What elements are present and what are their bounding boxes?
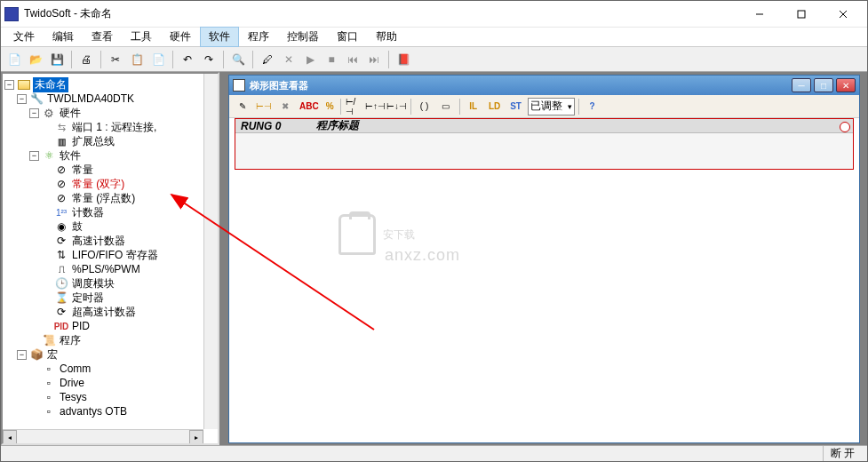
scroll-right-icon[interactable]: ▸ <box>189 430 203 444</box>
ladder-contact-button[interactable]: ⊢⊣ <box>254 98 274 116</box>
help-button[interactable]: 📕 <box>394 50 413 69</box>
disconnect-button[interactable]: ✕ <box>279 50 299 69</box>
close-button[interactable] <box>823 2 864 27</box>
ladder-delete-button[interactable]: ✖ <box>275 98 295 116</box>
tree-panel[interactable]: −未命名 −🔧TWDLMDA40DTK −⚙硬件 ⇆端口 1 : 远程连接, ▥… <box>1 72 219 445</box>
menu-view[interactable]: 查看 <box>83 27 122 47</box>
tree-high-speed-counter[interactable]: ⟳高速计数器 <box>4 234 219 248</box>
child-window-buttons: ─ □ ✕ <box>792 78 856 92</box>
ladder-rung-area[interactable]: RUNG 0 程序标题 <box>235 118 854 170</box>
tree-port1[interactable]: ⇆端口 1 : 远程连接, <box>4 120 219 134</box>
save-button[interactable]: 💾 <box>47 50 67 69</box>
tree-software[interactable]: −⚛软件 <box>4 148 219 163</box>
menu-file[interactable]: 文件 <box>4 27 44 47</box>
child-close-button[interactable]: ✕ <box>836 78 856 92</box>
window-title: TwidoSoft - 未命名 <box>24 6 739 21</box>
ladder-cursor-button[interactable]: ✎ <box>233 98 252 116</box>
tree-tesys[interactable]: ▫Tesys <box>4 390 219 404</box>
run-button[interactable]: ▶ <box>300 50 320 69</box>
undo-button[interactable]: ↶ <box>178 50 197 69</box>
project-tree: −未命名 −🔧TWDLMDA40DTK −⚙硬件 ⇆端口 1 : 远程连接, ▥… <box>3 74 219 422</box>
tree-constant-float[interactable]: ⊘常量 (浮点数) <box>4 191 219 205</box>
tree-constant-dword[interactable]: ⊘常量 (双字) <box>4 177 219 191</box>
tree-comm[interactable]: ▫Comm <box>4 362 219 376</box>
ladder-il-button[interactable]: IL <box>464 98 483 116</box>
ladder-view-mode-select[interactable]: 已调整 <box>528 98 575 116</box>
separator <box>100 51 101 68</box>
ladder-address-button[interactable]: % <box>323 98 337 116</box>
ladder-block-button[interactable]: ▭ <box>436 98 456 116</box>
tree-pid[interactable]: PIDPID <box>4 319 219 333</box>
ladder-ld-button[interactable]: LD <box>485 98 505 116</box>
separator <box>340 99 341 115</box>
tree-macro[interactable]: −📦宏 <box>4 347 219 362</box>
tree-advantys[interactable]: ▫advantys OTB <box>4 404 219 418</box>
ladder-rising-button[interactable]: ⊢↑⊣ <box>366 98 386 116</box>
tree-hscrollbar[interactable]: ◂ ▸ <box>3 429 203 443</box>
tree-root[interactable]: −未命名 <box>4 77 219 92</box>
cut-button[interactable]: ✂ <box>106 50 125 69</box>
print-button[interactable]: 🖨 <box>76 50 96 69</box>
connection-status: 断 开 <box>823 446 862 461</box>
analyze-button[interactable]: 🔍 <box>228 50 248 69</box>
child-titlebar[interactable]: 梯形图查看器 ─ □ ✕ <box>229 76 859 95</box>
menu-software[interactable]: 软件 <box>200 27 239 47</box>
ladder-rung-header: RUNG 0 程序标题 <box>235 119 853 133</box>
tree-constant[interactable]: ⊘常量 <box>4 163 219 177</box>
scroll-track[interactable] <box>17 430 189 443</box>
connect-button[interactable]: 🖊 <box>258 50 277 69</box>
menu-help[interactable]: 帮助 <box>367 27 406 47</box>
tree-timer[interactable]: ⌛定时器 <box>4 291 219 305</box>
menu-controller[interactable]: 控制器 <box>278 27 328 47</box>
separator <box>71 51 72 68</box>
ladder-viewer-window: 梯形图查看器 ─ □ ✕ ✎ ⊢⊣ ✖ ABC % ⊢/⊣ ⊢↑⊣ ⊢↓⊣ ( … <box>228 75 860 443</box>
menu-edit[interactable]: 编辑 <box>44 27 83 47</box>
ladder-symbol-button[interactable]: ABC <box>297 98 322 116</box>
redo-button[interactable]: ↷ <box>199 50 219 69</box>
tree-device[interactable]: −🔧TWDLMDA40DTK <box>4 92 219 106</box>
ladder-nc-contact-button[interactable]: ⊢/⊣ <box>345 98 364 116</box>
titlebar: TwidoSoft - 未命名 <box>1 1 867 28</box>
child-maximize-button[interactable]: □ <box>814 78 833 92</box>
open-button[interactable]: 📂 <box>26 50 45 69</box>
scroll-left-icon[interactable]: ◂ <box>3 430 17 444</box>
stop-button[interactable]: ■ <box>322 50 341 69</box>
tree-drive[interactable]: ▫Drive <box>4 376 219 390</box>
tree-schedule[interactable]: 🕒调度模块 <box>4 276 219 291</box>
paste-button[interactable]: 📄 <box>148 50 168 69</box>
tree-program[interactable]: 📜程序 <box>4 333 219 347</box>
separator <box>459 99 460 115</box>
tree-drum[interactable]: ◉鼓 <box>4 219 219 234</box>
menu-tool[interactable]: 工具 <box>122 27 161 47</box>
prev-button[interactable]: ⏮ <box>343 50 362 69</box>
tree-very-high-speed-counter[interactable]: ⟳超高速计数器 <box>4 305 219 319</box>
ladder-rung-body[interactable] <box>235 133 853 169</box>
child-minimize-button[interactable]: ─ <box>792 78 811 92</box>
tree-vscrollbar[interactable] <box>203 74 218 429</box>
separator <box>410 99 411 115</box>
ladder-falling-button[interactable]: ⊢↓⊣ <box>387 98 407 116</box>
ladder-step-button[interactable]: ST <box>506 98 526 116</box>
window-buttons <box>739 2 864 27</box>
minimize-button[interactable] <box>739 2 780 27</box>
maximize-button[interactable] <box>781 2 822 27</box>
next-button[interactable]: ⏭ <box>364 50 384 69</box>
menu-window[interactable]: 窗口 <box>328 27 367 47</box>
tree-lifo-fifo[interactable]: ⇅LIFO/FIFO 寄存器 <box>4 248 219 262</box>
workspace: −未命名 −🔧TWDLMDA40DTK −⚙硬件 ⇆端口 1 : 远程连接, ▥… <box>1 72 867 445</box>
menu-hardware[interactable]: 硬件 <box>161 27 200 47</box>
tree-pls-pwm[interactable]: ⎍%PLS/%PWM <box>4 262 219 276</box>
copy-button[interactable]: 📋 <box>127 50 147 69</box>
app-icon <box>4 7 19 21</box>
menu-program[interactable]: 程序 <box>239 27 278 47</box>
ladder-coil-button[interactable]: ( ) <box>415 98 434 116</box>
separator <box>388 51 389 68</box>
tree-expansion-bus[interactable]: ▥扩展总线 <box>4 134 219 148</box>
ladder-help-button[interactable]: ? <box>583 98 602 116</box>
tree-counter[interactable]: 1²³计数器 <box>4 205 219 219</box>
separator <box>252 51 253 68</box>
menubar: 文件 编辑 查看 工具 硬件 软件 程序 控制器 窗口 帮助 <box>1 28 867 47</box>
new-button[interactable]: 📄 <box>4 50 24 69</box>
select-value: 已调整 <box>530 99 562 114</box>
tree-hardware[interactable]: −⚙硬件 <box>4 106 219 120</box>
